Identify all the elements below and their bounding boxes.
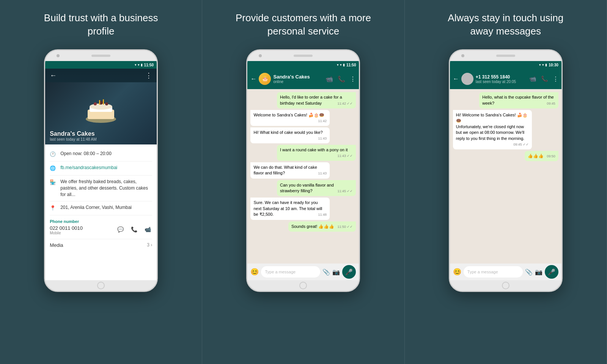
home-button[interactable]	[97, 282, 105, 289]
message-bubble: Sure. We can have it ready for you next …	[250, 198, 330, 220]
message-bubble: Welcome to Sandra's Cakes! 🍰🎂🍩11:42	[250, 110, 330, 126]
business-name: Sandra's Cakes	[50, 130, 96, 137]
chat-name-2: Sandra's Cakes	[273, 74, 323, 80]
p1-body[interactable]: 🕐 Open now: 08:00 – 20:00 🌐 fb.me/sandra…	[45, 144, 157, 280]
p1-header: ← ⋮	[45, 69, 157, 144]
phone-call-icon-3[interactable]: 📞	[541, 75, 548, 82]
message-bubble: I want a round cake with a pony on it11:…	[277, 145, 356, 161]
media-row[interactable]: Media 3 ›	[50, 239, 152, 251]
phone-1: ▾ ▾ ▮ 11:50 ← ⋮	[44, 49, 158, 292]
panel1-title: Build trust with a business profile	[33, 11, 169, 38]
message-time: 11:43	[318, 136, 327, 141]
message-time: 09:50	[547, 154, 555, 159]
phone-3: ▾ ▾ ▮ 10:30 ← +1 312 555 1840 last seen …	[449, 49, 563, 292]
call-icon[interactable]: 📞	[131, 226, 138, 234]
status-icons-2: ▾ ▾ ▮	[337, 63, 345, 67]
emoji-icon-3[interactable]: 😊	[453, 268, 461, 276]
address-text: 201, Areniia Corner, Vashi, Mumbai	[60, 204, 132, 211]
message-icon[interactable]: 💬	[117, 226, 125, 234]
camera-icon	[57, 54, 60, 57]
back-icon-3[interactable]: ←	[453, 75, 459, 82]
message-time: 11:42 ✓✓	[337, 101, 353, 106]
mic-button-3[interactable]: 🎤	[545, 265, 558, 279]
camera-3-icon	[461, 54, 464, 57]
battery-icon: ▮	[141, 63, 143, 67]
more-icon-2[interactable]: ⋮	[350, 75, 356, 83]
svg-rect-8	[103, 99, 104, 105]
message-bubble: Can you do vanilla flavor and strawberry…	[277, 180, 356, 196]
back-icon-2[interactable]: ←	[250, 75, 256, 82]
description-row: 🏪 We offer freshly baked breads, cakes, …	[50, 176, 152, 201]
video-call-icon-3[interactable]: 📹	[529, 75, 536, 82]
attach-icon-3[interactable]: 📎	[525, 268, 533, 276]
message-text: I want a round cake with a pony on it	[280, 147, 348, 152]
website-text[interactable]: fb.me/sandrascakesmumbai	[60, 165, 117, 171]
pin-icon: 📍	[50, 205, 57, 212]
input-placeholder-2: Type a message	[265, 270, 296, 274]
phone-3-top	[450, 50, 561, 61]
status-icons: ▾ ▾ ▮	[135, 63, 143, 67]
home-button-3[interactable]	[502, 282, 510, 289]
more-icon[interactable]: ⋮	[145, 71, 152, 80]
media-count: 3 ›	[147, 242, 152, 248]
message-text: Hi! What kind of cake would you like?	[253, 130, 322, 135]
battery-icon-3: ▮	[545, 63, 547, 67]
chat-avatar-2: 🎂	[259, 73, 271, 85]
video-call-icon[interactable]: 📹	[326, 75, 333, 83]
phone-2-top	[247, 50, 359, 61]
message-input-3[interactable]: Type a message	[464, 266, 523, 278]
camera-input-icon-3[interactable]: 📷	[535, 268, 543, 276]
signal-icon-3: ▾	[539, 63, 541, 67]
phone-1-screen: ▾ ▾ ▮ 11:50 ← ⋮	[45, 61, 157, 280]
chat-input-bar-2: 😊 Type a message 📎 📷 🎤	[247, 264, 359, 280]
message-bubble: Sounds great! 👍👍👍11:50 ✓✓	[288, 221, 356, 232]
cake-svg	[82, 98, 120, 129]
message-input-2[interactable]: Type a message	[261, 266, 320, 278]
p1-topbar: ← ⋮	[45, 69, 157, 82]
status-bar-2: ▾ ▾ ▮ 11:50	[247, 61, 359, 69]
p3-contact-name: +1 312 555 1840	[476, 74, 527, 80]
speaker-3	[496, 55, 515, 57]
signal-icon-2: ▾	[337, 63, 339, 67]
phone-actions: 💬 📞 📹	[117, 226, 152, 234]
panel-personal-service: Provide customers with a more personal s…	[202, 0, 404, 364]
p3-chat-header: ← +1 312 555 1840 last seen today at 20:…	[450, 69, 561, 89]
avatar-img-2: 🎂	[259, 73, 271, 85]
p3-contact-status: last seen today at 20:05	[476, 80, 527, 84]
description-text: We offer freshly baked breads, cakes, pa…	[60, 179, 152, 198]
chat-messages-2[interactable]: Hello, I'd like to order a cake for a bi…	[247, 89, 359, 264]
status-time-2: 11:50	[346, 63, 356, 67]
message-time: 11:45 ✓✓	[337, 189, 353, 194]
hours-row: 🕐 Open now: 08:00 – 20:00	[50, 147, 152, 162]
mic-button-2[interactable]: 🎤	[342, 265, 356, 279]
video-icon[interactable]: 📹	[145, 226, 152, 234]
home-button-2[interactable]	[299, 282, 307, 289]
p3-header-info: +1 312 555 1840 last seen today at 20:05	[476, 74, 527, 84]
message-text: 👍👍👍	[528, 154, 544, 158]
message-text: Sure. We can have it ready for you next …	[253, 200, 323, 217]
status-bar-3: ▾ ▾ ▮ 10:30	[450, 61, 561, 69]
more-icon-3[interactable]: ⋮	[553, 75, 558, 82]
signal-icon: ▾	[135, 63, 137, 67]
building-icon: 🏪	[50, 179, 57, 186]
svg-point-4	[94, 102, 97, 105]
status-time-1: 11:50	[144, 63, 154, 67]
phone-info: 022 0011 0010 Mobile	[50, 225, 83, 235]
svg-rect-7	[99, 100, 100, 105]
phone-3-bottom	[450, 280, 561, 291]
message-time: 11:42	[318, 119, 327, 124]
camera-input-icon-2[interactable]: 📷	[332, 268, 340, 276]
svg-point-6	[105, 102, 108, 105]
emoji-icon-2[interactable]: 😊	[250, 268, 259, 276]
phone-1-top	[45, 50, 157, 61]
message-text: Hi! Welcome to Sandra's Cakes! 🍰🎂🍩 Unfor…	[456, 113, 528, 141]
phone-1-bottom	[45, 280, 157, 291]
message-bubble: 👍👍👍09:50	[525, 151, 558, 161]
attach-icon-2[interactable]: 📎	[322, 268, 330, 276]
message-bubble: Hello, what is the cupcake flavor of the…	[479, 92, 558, 108]
phone-call-icon[interactable]: 📞	[338, 75, 345, 83]
chat-header-2: ← 🎂 Sandra's Cakes online 📹 📞 ⋮	[247, 69, 359, 89]
chat-messages-3[interactable]: Hello, what is the cupcake flavor of the…	[450, 89, 561, 264]
back-arrow-icon[interactable]: ←	[50, 72, 57, 80]
message-bubble: Hi! What kind of cake would you like?11:…	[250, 127, 330, 143]
